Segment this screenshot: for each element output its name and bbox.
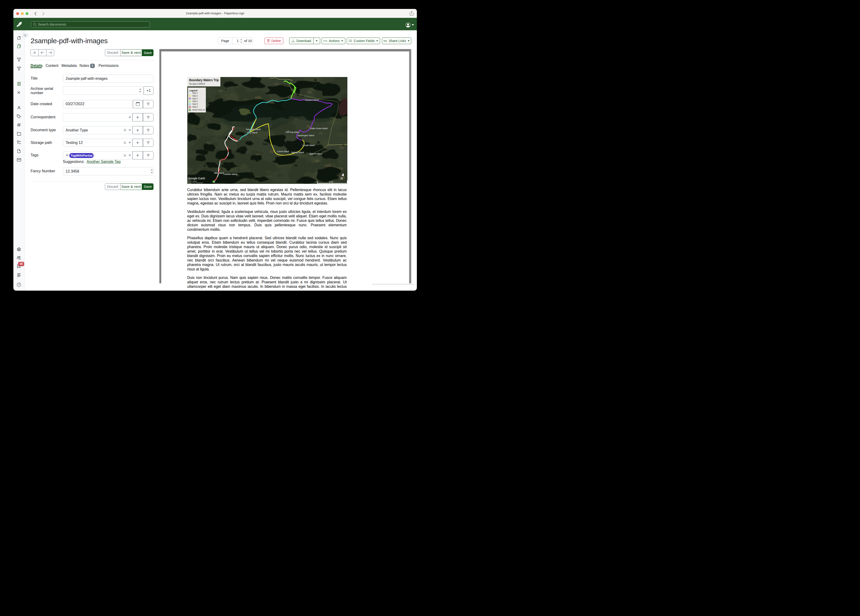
svg-text:Hausons Island: Hausons Island: [305, 99, 319, 101]
svg-text:Half Dog Island: Half Dog Island: [286, 131, 300, 134]
svg-text:Lincoln Island: Lincoln Island: [302, 144, 315, 146]
svg-text:Entry Point 24: Entry Point 24: [193, 109, 205, 111]
svg-text:Day 4: Day 4: [193, 100, 198, 102]
svg-text:Mile Island: Mile Island: [214, 172, 224, 174]
svg-text:Boundary Waters Trip: Boundary Waters Trip: [189, 78, 219, 82]
svg-text:Indian Grave Island: Indian Grave Island: [310, 127, 328, 130]
svg-text:N: N: [340, 176, 344, 181]
svg-text:Washington Island: Washington Island: [298, 134, 314, 137]
svg-text:Gary Island: Gary Island: [247, 132, 257, 134]
svg-text:Day 3: Day 3: [193, 97, 198, 100]
svg-text:Squirrel Island: Squirrel Island: [309, 152, 322, 155]
svg-text:Legend: Legend: [190, 89, 198, 92]
svg-text:Canoe Island: Canoe Island: [277, 150, 289, 152]
svg-text:Text: Text: [262, 143, 268, 146]
svg-text:Day 5: Day 5: [193, 103, 198, 105]
svg-text:Six days in BWCA: Six days in BWCA: [189, 83, 205, 85]
svg-text:© 2017 Google: © 2017 Google: [188, 181, 197, 182]
svg-text:Google Earth: Google Earth: [188, 176, 205, 180]
svg-text:New York Island: New York Island: [246, 128, 261, 130]
svg-text:3 mi: 3 mi: [329, 181, 333, 183]
svg-text:Day 1: Day 1: [193, 92, 198, 94]
svg-text:Norway Island: Norway Island: [291, 151, 304, 154]
svg-text:Day 6: Day 6: [193, 106, 198, 108]
svg-text:Charlies Island: Charlies Island: [224, 173, 237, 175]
svg-text:Image © 2017 DigitalGlobe: Image © 2017 DigitalGlobe: [188, 182, 203, 184]
svg-text:Day 2: Day 2: [193, 94, 198, 97]
